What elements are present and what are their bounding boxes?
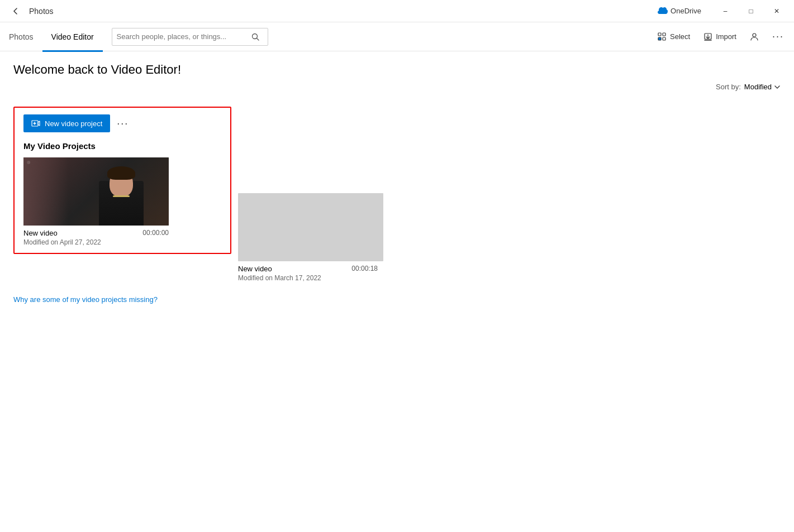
svg-rect-4 xyxy=(663,33,665,36)
projects-row: New video project ··· My Video Projects xyxy=(13,107,781,282)
select-button[interactable]: Select xyxy=(652,27,696,47)
video-add-icon xyxy=(31,119,40,128)
svg-point-9 xyxy=(753,33,756,37)
chevron-down-icon xyxy=(774,84,781,90)
titlebar: Photos OneDrive – □ ✕ xyxy=(0,0,794,22)
card-name-2: New video xyxy=(238,265,321,273)
onedrive-area: OneDrive xyxy=(657,6,701,16)
search-input[interactable] xyxy=(112,32,246,41)
maximize-button[interactable]: □ xyxy=(738,0,764,22)
card-info-1: New video Modified on April 27, 2022 00:… xyxy=(23,229,169,246)
window-controls: – □ ✕ xyxy=(712,0,790,22)
sortby-dropdown[interactable]: Modified xyxy=(744,83,781,91)
card-name-1: New video xyxy=(23,229,101,237)
sortby-label: Sort by: xyxy=(716,83,741,91)
card-info-2: New video Modified on March 17, 2022 00:… xyxy=(238,265,378,282)
video-card-1[interactable]: New video Modified on April 27, 2022 00:… xyxy=(23,157,169,246)
video-thumb-1 xyxy=(23,157,169,226)
tab-photos[interactable]: Photos xyxy=(0,23,42,52)
close-button[interactable]: ✕ xyxy=(764,0,790,22)
svg-rect-2 xyxy=(658,33,661,36)
project-toolbar-area: New video project ··· My Video Projects xyxy=(13,107,231,254)
back-button[interactable] xyxy=(4,0,27,22)
card-duration-1: 00:00:00 xyxy=(142,229,169,237)
search-box[interactable] xyxy=(112,28,268,46)
svg-line-1 xyxy=(256,38,259,40)
main-content: Welcome back to Video Editor! Sort by: M… xyxy=(0,51,794,315)
app-title: Photos xyxy=(29,7,657,16)
page-title: Welcome back to Video Editor! xyxy=(13,63,781,77)
more-button[interactable]: ··· xyxy=(767,27,790,47)
new-video-btn-label: New video project xyxy=(45,119,102,128)
video-thumb-2 xyxy=(238,193,383,261)
onedrive-label: OneDrive xyxy=(671,7,701,15)
card-duration-2: 00:00:18 xyxy=(351,265,378,272)
import-label: Import xyxy=(716,32,736,41)
toolbar-top: New video project ··· xyxy=(23,114,221,132)
missing-projects-link[interactable]: Why are some of my video projects missin… xyxy=(13,295,158,304)
new-video-project-button[interactable]: New video project xyxy=(23,114,110,132)
navbar: Photos Video Editor Select xyxy=(0,22,794,51)
section-title: My Video Projects xyxy=(23,141,221,151)
tab-video-editor[interactable]: Video Editor xyxy=(42,23,103,52)
import-button[interactable]: Import xyxy=(698,27,742,47)
account-button[interactable] xyxy=(744,27,764,47)
video-card-2[interactable]: New video Modified on March 17, 2022 00:… xyxy=(238,193,378,282)
card-date-1: Modified on April 27, 2022 xyxy=(23,238,101,246)
sortby-row: Sort by: Modified xyxy=(716,83,781,91)
minimize-button[interactable]: – xyxy=(712,0,738,22)
nav-actions: Select Import ··· xyxy=(652,27,794,47)
sortby-value-text: Modified xyxy=(744,83,772,91)
select-label: Select xyxy=(670,32,690,41)
more-options-button[interactable]: ··· xyxy=(117,118,129,130)
svg-rect-3 xyxy=(658,37,661,40)
onedrive-icon xyxy=(657,6,668,16)
svg-rect-5 xyxy=(663,37,665,40)
search-icon[interactable] xyxy=(246,28,264,46)
card-date-2: Modified on March 17, 2022 xyxy=(238,274,321,282)
